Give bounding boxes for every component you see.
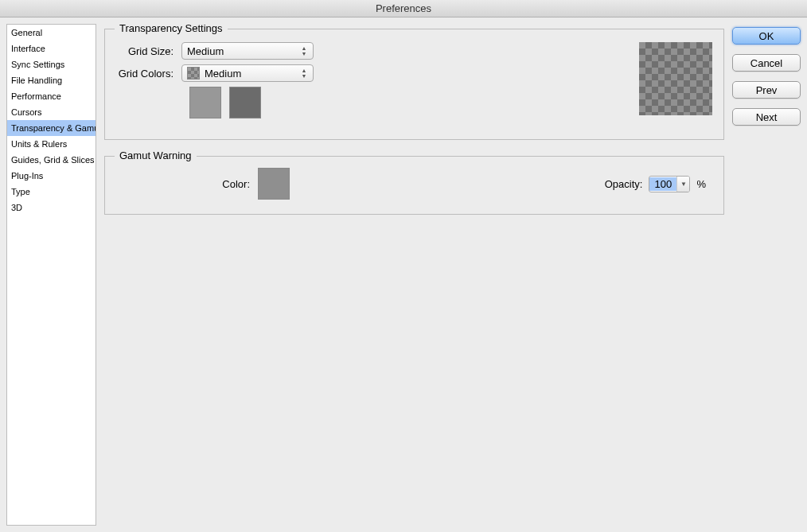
cancel-button[interactable]: Cancel — [732, 54, 801, 72]
gamut-color-group: Color: — [123, 168, 290, 200]
gamut-warning-group: Gamut Warning Color: Opacity: ▼ % — [104, 156, 724, 215]
updown-icon: ▲▼ — [298, 44, 310, 58]
sidebar-item-plug-ins[interactable]: Plug-Ins — [7, 168, 96, 184]
color-swatches — [189, 87, 712, 118]
sidebar-item-sync-settings[interactable]: Sync Settings — [7, 56, 96, 72]
gamut-row: Color: Opacity: ▼ % — [116, 165, 712, 203]
gamut-color-label: Color: — [123, 178, 250, 190]
sidebar-item-interface[interactable]: Interface — [7, 41, 96, 56]
grid-size-select[interactable]: Medium ▲▼ — [181, 42, 314, 60]
titlebar: Preferences — [0, 0, 807, 17]
sidebar-item-guides-grid-slices[interactable]: Guides, Grid & Slices — [7, 152, 96, 168]
sidebar-item-transparency-gamut[interactable]: Transparency & Gamut — [7, 120, 96, 136]
dialog-buttons: OK Cancel Prev Next — [732, 24, 801, 526]
sidebar-item-performance[interactable]: Performance — [7, 88, 96, 104]
transparency-legend: Transparency Settings — [115, 22, 228, 34]
sidebar: GeneralInterfaceSync SettingsFile Handli… — [6, 24, 96, 526]
checker-icon — [187, 67, 200, 80]
opacity-label: Opacity: — [605, 178, 643, 190]
grid-size-label: Grid Size: — [116, 45, 181, 57]
prev-button[interactable]: Prev — [732, 81, 801, 99]
swatch-dark[interactable] — [229, 87, 261, 118]
opacity-field[interactable]: ▼ — [649, 176, 690, 192]
main-container: GeneralInterfaceSync SettingsFile Handli… — [0, 17, 807, 532]
sidebar-item-cursors[interactable]: Cursors — [7, 104, 96, 120]
grid-size-row: Grid Size: Medium ▲▼ — [116, 42, 712, 60]
grid-size-value: Medium — [187, 45, 224, 57]
ok-button[interactable]: OK — [732, 27, 801, 45]
sidebar-item-units-rulers[interactable]: Units & Rulers — [7, 136, 96, 152]
gamut-color-swatch[interactable] — [258, 168, 290, 200]
grid-colors-select[interactable]: Medium ▲▼ — [181, 64, 314, 82]
opacity-input[interactable] — [649, 177, 676, 191]
sidebar-item-type[interactable]: Type — [7, 184, 96, 200]
dropdown-icon[interactable]: ▼ — [676, 177, 689, 192]
grid-colors-value: Medium — [205, 68, 241, 80]
sidebar-item-general[interactable]: General — [7, 25, 96, 41]
next-button[interactable]: Next — [732, 108, 801, 126]
content-pane: Transparency Settings Grid Size: Medium … — [104, 24, 724, 526]
gamut-opacity-group: Opacity: ▼ % — [605, 176, 706, 192]
transparency-settings-group: Transparency Settings Grid Size: Medium … — [104, 29, 724, 140]
grid-colors-label: Grid Colors: — [116, 68, 181, 80]
updown-icon: ▲▼ — [298, 66, 310, 80]
transparency-preview — [639, 42, 712, 115]
opacity-unit: % — [696, 178, 706, 190]
grid-colors-row: Grid Colors: Medium ▲▼ — [116, 64, 712, 82]
window-title: Preferences — [376, 2, 431, 14]
swatch-light[interactable] — [189, 87, 221, 118]
sidebar-item-3d[interactable]: 3D — [7, 200, 96, 216]
gamut-legend: Gamut Warning — [115, 150, 197, 161]
sidebar-item-file-handling[interactable]: File Handling — [7, 72, 96, 88]
